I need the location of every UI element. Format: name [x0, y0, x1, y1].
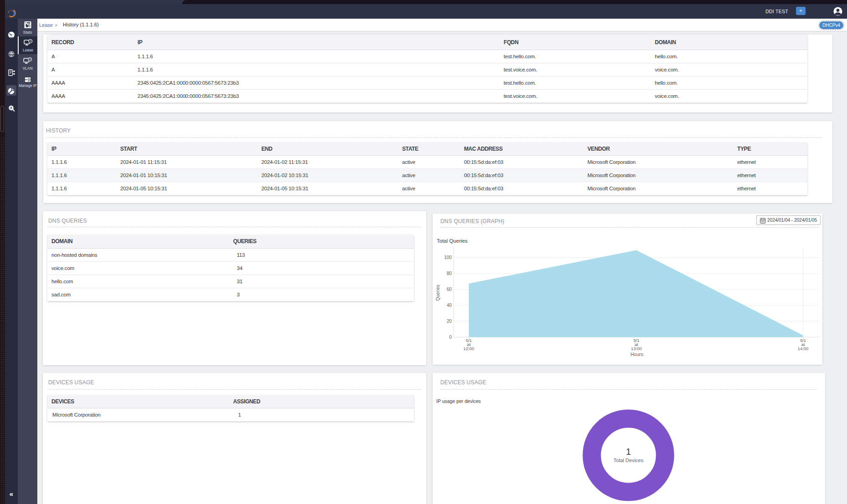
- svg-text:14:00: 14:00: [798, 346, 809, 351]
- svg-text:20: 20: [447, 319, 452, 324]
- svg-text:Queries: Queries: [435, 285, 440, 300]
- svg-text:40: 40: [447, 303, 452, 308]
- svg-text:12:00: 12:00: [464, 346, 475, 351]
- svg-text:1: 1: [626, 447, 631, 457]
- svg-text:Hours: Hours: [630, 351, 643, 357]
- svg-text:60: 60: [447, 287, 452, 292]
- svg-text:0: 0: [449, 335, 452, 340]
- svg-text:80: 80: [447, 271, 452, 276]
- svg-text:100: 100: [444, 255, 452, 260]
- svg-text:Total Queries: Total Queries: [437, 238, 468, 244]
- svg-text:13:00: 13:00: [631, 346, 642, 351]
- svg-text:DNS: DNS: [10, 53, 13, 55]
- svg-text:Total Devices: Total Devices: [613, 458, 643, 463]
